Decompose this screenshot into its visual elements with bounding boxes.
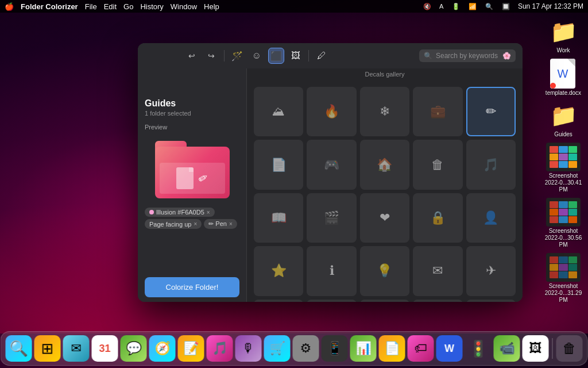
decal-image[interactable]: ⛰ (254, 87, 303, 136)
desktop-icon-guides[interactable]: 📁 Guides (543, 101, 583, 138)
dock-music[interactable]: 🎵 (207, 335, 233, 362)
colorize-button[interactable]: Colorize Folder! (145, 277, 239, 297)
decal-snowflake[interactable]: ❄ (360, 87, 409, 136)
menubar-time: Sun 17 Apr 12:32 PM (518, 2, 583, 10)
redo-button[interactable]: ↪ (203, 48, 219, 64)
tag-pen-remove[interactable]: × (229, 221, 233, 227)
apple-menu[interactable]: 🍎 (5, 2, 14, 11)
emoji-tab-btn[interactable]: 🪄 (229, 48, 245, 64)
desktop-icon-work[interactable]: 📁 Work (543, 17, 583, 54)
help-menu[interactable]: Help (204, 2, 219, 11)
screenshot2-label: Screenshot2022-0...30.56 PM (543, 228, 583, 248)
tag-page-remove[interactable]: × (194, 221, 197, 227)
decal-bug[interactable]: 🐞 (413, 300, 462, 302)
decal-music[interactable]: 🎵 (466, 140, 516, 189)
dock-system-prefs[interactable]: ⚙ (293, 335, 319, 362)
decal-book[interactable]: 📖 (254, 193, 303, 243)
symbol-tab-btn[interactable]: ☺ (249, 48, 265, 64)
gallery-header: Decals gallery (247, 68, 523, 82)
decal-trash[interactable]: 🗑 (413, 140, 462, 189)
tag-pen: ✏ Pen × (204, 219, 237, 229)
decal-pen-icon: ✏ (486, 105, 496, 118)
decal-document[interactable]: 📄 (254, 140, 303, 189)
decal-guitar[interactable]: 🎸 (360, 300, 409, 302)
decal-lock[interactable]: 🔒 (413, 193, 462, 243)
decal-document-icon: 📄 (271, 159, 287, 171)
desktop-icon-screenshot1[interactable]: Screenshot2022-0...30.41 PM (543, 143, 583, 193)
pen-tool-btn[interactable]: 🖊 (314, 48, 330, 64)
sticker-tab-btn[interactable]: ⬛ (268, 48, 284, 64)
dock-calendar[interactable]: 31 (92, 335, 118, 362)
preview-label: Preview (145, 124, 239, 131)
search-emoji-icon: 🌸 (502, 52, 511, 60)
dock-mail[interactable]: ✉ (63, 335, 90, 362)
decal-home[interactable]: 🏠 (360, 140, 409, 189)
panel-subtitle: 1 folder selected (145, 110, 239, 117)
desktop-icon-screenshot2[interactable]: Screenshot2022-0...30.56 PM (543, 198, 583, 248)
decal-briefcase-icon: 💼 (430, 105, 446, 118)
decal-playpause[interactable]: ⏯ (254, 300, 303, 302)
app-window: ↩ ↪ 🪄 ☺ ⬛ 🖼 🖊 🔍 🌸 Guides 1 folder select… (138, 43, 523, 302)
dock-finder[interactable]: 🔍 (6, 335, 32, 362)
dock-messages[interactable]: 💬 (121, 335, 147, 362)
panel-title: Guides (145, 98, 239, 109)
decal-smiley[interactable]: ☺ (307, 300, 356, 302)
decal-info-icon: ℹ (330, 264, 334, 277)
menubar: 🍎 Folder Colorizer File Edit Go History … (0, 0, 588, 13)
dock-vlc[interactable]: 🚦 (465, 335, 492, 362)
dock-launchpad[interactable]: ⊞ (34, 335, 61, 362)
desktop-icon-template[interactable]: W template.docx (543, 59, 583, 97)
dock-notes[interactable]: 📝 (178, 335, 204, 362)
undo-button[interactable]: ↩ (184, 48, 200, 64)
guides-folder-icon: 📁 (546, 101, 581, 130)
dock-appstore[interactable]: 🛒 (264, 335, 291, 362)
decal-pen[interactable]: ✏ (466, 87, 516, 136)
decal-car[interactable]: 🚗 (466, 300, 516, 302)
decal-briefcase[interactable]: 💼 (413, 87, 462, 136)
app-name-menu[interactable]: Folder Colorizer (21, 2, 78, 11)
decal-mail-icon: ✉ (432, 264, 443, 277)
search-icon: 🔍 (424, 52, 432, 60)
decal-plane-icon: ✈ (486, 264, 496, 277)
dock-word[interactable]: W (436, 335, 463, 362)
dock-safari[interactable]: 🧭 (149, 335, 176, 362)
work-folder-label: Work (556, 47, 570, 54)
toolbar: ↩ ↪ 🪄 ☺ ⬛ 🖼 🖊 🔍 🌸 (138, 43, 523, 68)
decal-person-icon: 👤 (483, 212, 498, 224)
tag-illusion-remove[interactable]: × (207, 209, 210, 216)
decal-bulb[interactable]: 💡 (360, 246, 409, 296)
decal-fire[interactable]: 🔥 (307, 87, 356, 136)
dock-trash[interactable]: 🗑 (556, 335, 583, 362)
dock-podcasts[interactable]: 🎙 (235, 335, 262, 362)
decal-info[interactable]: ℹ (307, 246, 356, 296)
decal-heart[interactable]: ❤ (360, 193, 409, 243)
decal-film-icon: 🎬 (324, 212, 339, 224)
decal-gamepad-icon: 🎮 (324, 159, 339, 171)
decal-person[interactable]: 👤 (466, 193, 516, 243)
dock-photos[interactable]: 🖼 (523, 335, 549, 362)
dock-pages[interactable]: 📄 (379, 335, 405, 362)
dock-iphone[interactable]: 📱 (322, 335, 348, 362)
right-panel: Decals gallery ⛰ 🔥 ❄ 💼 ✏ 📄 (247, 43, 523, 302)
dock-facetime[interactable]: 📹 (494, 335, 520, 362)
decal-gamepad[interactable]: 🎮 (307, 140, 356, 189)
decal-plane[interactable]: ✈ (466, 246, 516, 296)
dock-colorizer[interactable]: 🏷 (408, 335, 434, 362)
desktop-icon-screenshot3[interactable]: Screenshot2022-0...31.29 PM (543, 253, 583, 304)
search-bar[interactable]: 🔍 🌸 (419, 49, 516, 62)
window-menu[interactable]: Window (171, 2, 197, 11)
go-menu[interactable]: Go (123, 2, 133, 11)
edit-menu[interactable]: Edit (104, 2, 117, 11)
image-tab-btn[interactable]: 🖼 (288, 48, 304, 64)
decal-star[interactable]: ⭐ (254, 246, 303, 296)
decal-mail[interactable]: ✉ (413, 246, 462, 296)
screenshot3-label: Screenshot2022-0...31.29 PM (543, 283, 583, 304)
folder-inner: ✏ (160, 163, 225, 194)
decal-film[interactable]: 🎬 (307, 193, 356, 243)
gallery-title: Decals gallery (365, 71, 404, 78)
file-menu[interactable]: File (85, 2, 97, 11)
template-doc-icon: W (550, 59, 577, 89)
dock-numbers[interactable]: 📊 (350, 335, 377, 362)
search-input[interactable] (436, 52, 499, 60)
history-menu[interactable]: History (140, 2, 163, 11)
